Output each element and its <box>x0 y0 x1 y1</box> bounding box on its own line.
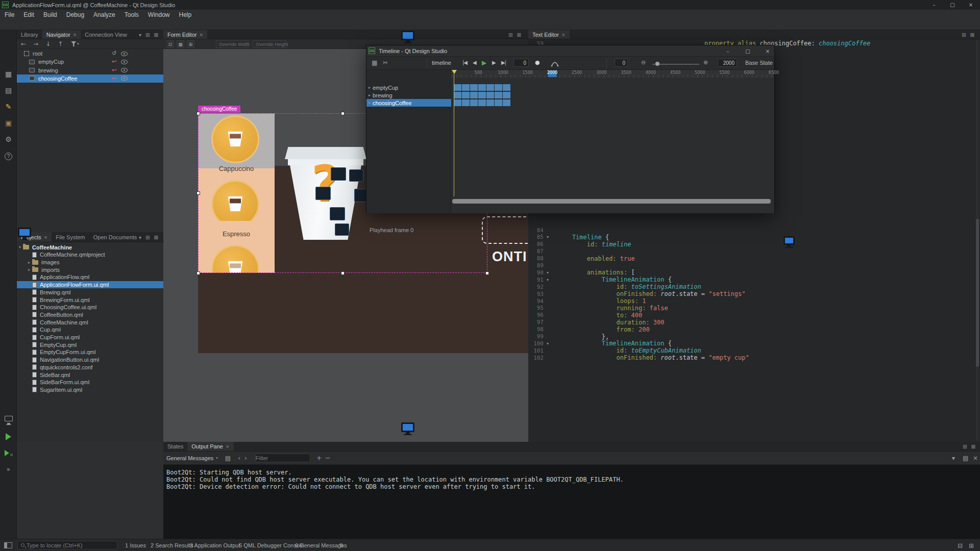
welcome-mode-icon[interactable]: ▦ <box>0 70 17 78</box>
export-alias-icon[interactable]: ↩ <box>112 59 116 64</box>
close-tab-icon[interactable]: × <box>73 32 77 37</box>
menu-debug[interactable]: Debug <box>62 11 89 18</box>
panel-menu-chevron-icon[interactable]: ▾ <box>139 235 141 240</box>
project-file-row[interactable]: ApplicationFlow.qml <box>17 273 163 281</box>
code-line[interactable]: 91▾ TimelineAnimation { <box>528 276 980 283</box>
override-height-field[interactable]: Override Height <box>253 40 286 48</box>
menu-analyze[interactable]: Analyze <box>89 11 120 18</box>
panel-split-icon[interactable]: ⊞ <box>962 32 966 38</box>
tab-file-system[interactable]: File System <box>52 232 89 242</box>
continue-button-outline[interactable] <box>482 216 528 244</box>
output-channel-selector[interactable]: General Messages <box>166 455 213 461</box>
debug-mode-icon[interactable]: ▣ <box>0 119 17 127</box>
project-file-row[interactable]: CoffeeMachine.qmlproject <box>17 251 163 259</box>
tab-library[interactable]: Library <box>17 30 42 39</box>
export-alias-icon[interactable]: ↩ <box>112 68 116 73</box>
tab-form-editor[interactable]: Form Editor× <box>163 30 207 39</box>
export-alias-icon[interactable]: ↩ <box>112 76 116 81</box>
output-filter-input[interactable] <box>256 455 310 461</box>
zoom-in-text-icon[interactable]: + <box>316 454 322 462</box>
menu-file[interactable]: File <box>0 11 19 18</box>
menu-tools[interactable]: Tools <box>120 11 143 18</box>
code-line[interactable]: 99 }, <box>528 333 980 340</box>
timeline-track-choosingCoffee[interactable]: ▸choosingCoffee <box>366 99 451 107</box>
panel-split-icon[interactable]: ⊞ <box>963 444 967 449</box>
panel-close-icon[interactable]: ⊠ <box>154 32 158 38</box>
code-line[interactable]: 98 from: 200 <box>528 326 980 333</box>
fold-chevron-icon[interactable]: ▾ <box>544 278 552 282</box>
run-button[interactable] <box>0 433 17 442</box>
code-line[interactable]: 90▾ animations: [ <box>528 269 980 276</box>
minimize-button[interactable]: – <box>723 45 732 57</box>
zoom-out-text-icon[interactable]: − <box>325 454 331 462</box>
code-line[interactable]: 84 <box>528 227 980 234</box>
timeline-track-brewing[interactable]: ▸brewing <box>366 91 451 99</box>
close-button[interactable]: × <box>763 45 772 57</box>
code-line[interactable]: 101 id: toEmptyCubAnimation <box>528 347 980 354</box>
code-line[interactable]: 96 to: 400 <box>528 312 980 319</box>
navigator-row-brewing[interactable]: brewing↩ <box>17 66 163 74</box>
timeline-track-area[interactable]: 5001000150020002500300035004000450050005… <box>451 70 774 213</box>
project-file-row[interactable]: EmptyCupForm.ui.qml <box>17 348 163 356</box>
selection-handle[interactable] <box>197 112 200 115</box>
code-line[interactable]: 100▾ TimelineAnimation { <box>528 340 980 347</box>
code-line[interactable]: 93 onFinished: root.state = "settings" <box>528 290 980 297</box>
code-line[interactable]: 86 id: timeline <box>528 241 980 248</box>
save-log-icon[interactable]: ▤ <box>225 455 231 462</box>
code-line[interactable]: 95 running: false <box>528 305 980 312</box>
help-icon[interactable]: ? <box>0 152 17 160</box>
code-line[interactable]: 102 onFinished: root.state = "empty cup" <box>528 354 980 361</box>
panel-split-icon[interactable]: ⊞ <box>145 235 150 240</box>
expander-icon[interactable]: ▸ <box>366 85 373 90</box>
selection-handle[interactable] <box>485 271 489 275</box>
project-file-row[interactable]: Brewing.qml <box>17 289 163 296</box>
zoom-out-icon[interactable]: ⊖ <box>641 59 646 66</box>
project-file-row[interactable]: SideBar.qml <box>17 371 163 379</box>
project-file-row[interactable]: EmptyCup.qml <box>17 341 163 348</box>
tools-gear-icon[interactable]: ⚙ <box>0 135 17 143</box>
timeline-settings-icon[interactable]: ▦ <box>372 59 377 66</box>
move-up-icon[interactable]: ↑ <box>58 40 63 47</box>
timeline-window[interactable]: DS Timeline - Qt Design Studio – □ × ▦ ✂… <box>366 45 775 213</box>
kit-target-monitor-icon[interactable] <box>0 415 17 425</box>
expander-icon[interactable]: ▸ <box>366 101 373 105</box>
output-panes-sort-icon[interactable]: ⇅ <box>339 542 344 549</box>
selection-handle[interactable] <box>341 112 345 115</box>
code-line[interactable]: 85▾ Timeline { <box>528 234 980 241</box>
project-file-row[interactable]: SideBarForm.ui.qml <box>17 379 163 386</box>
tab-connection-view[interactable]: Connection View <box>81 30 131 39</box>
debug-run-button[interactable] <box>0 449 17 458</box>
current-frame-field[interactable]: 0 <box>513 59 529 67</box>
tab-open-documents[interactable]: Open Documents <box>89 232 141 242</box>
code-line[interactable]: 88 enabled: true <box>528 255 980 262</box>
project-file-row[interactable]: NavigationButton.ui.qml <box>17 356 163 364</box>
to-start-button[interactable]: |◀ <box>462 60 467 65</box>
project-file-row[interactable]: CoffeeButton.qml <box>17 311 163 319</box>
keyframe-bar-emptyCup[interactable] <box>454 84 511 91</box>
project-file-row[interactable]: BrewingForm.ui.qml <box>17 296 163 304</box>
curve-editor-icon[interactable] <box>551 61 559 68</box>
project-file-row[interactable]: ▸images <box>17 259 163 266</box>
project-file-row[interactable]: ApplicationFlowForm.ui.qml <box>17 281 163 289</box>
tab-states[interactable]: States <box>163 442 187 451</box>
project-file-row[interactable]: CupForm.ui.qml <box>17 334 163 341</box>
selection-handle[interactable] <box>197 271 200 275</box>
timeline-tools-icon[interactable]: ✂ <box>383 59 388 66</box>
locate-input[interactable] <box>27 542 117 548</box>
maximize-pane-icon[interactable]: ▤ <box>963 455 968 462</box>
edit-mode-icon[interactable]: ▤ <box>0 86 17 94</box>
status-item-3[interactable]: 3 Application Output <box>190 542 240 548</box>
menu-window[interactable]: Window <box>143 11 175 18</box>
project-file-row[interactable]: CoffeeMachine.qml <box>17 318 163 326</box>
zoom-slider-handle[interactable] <box>655 62 659 66</box>
status-item-1[interactable]: 1 Issues <box>125 542 146 548</box>
panel-split-icon[interactable]: ⊞ <box>508 32 512 38</box>
keyframe-bar-brewing[interactable] <box>454 92 511 98</box>
record-icon[interactable]: ● <box>535 59 540 66</box>
minimize-pane-chevron-icon[interactable]: ▾ <box>952 455 955 462</box>
panel-close-icon[interactable]: ⊠ <box>154 235 158 240</box>
project-file-row[interactable]: SugarItem.ui.qml <box>17 386 163 394</box>
code-line[interactable]: 92 id: toSettingsAnimation <box>528 283 980 290</box>
navigator-row-emptyCup[interactable]: emptyCup↩ <box>17 58 163 66</box>
toggle-sidebar-icon[interactable] <box>4 542 12 548</box>
